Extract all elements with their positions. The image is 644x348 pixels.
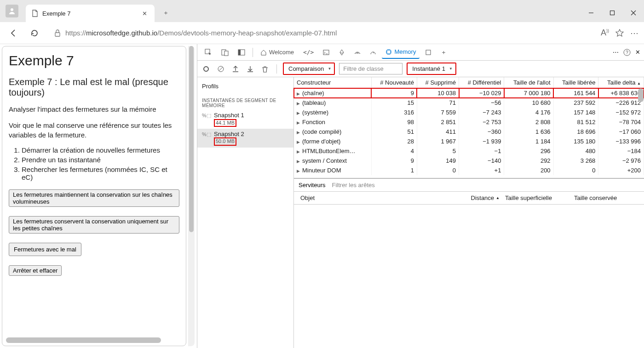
col-distance[interactable]: Distance▲ <box>452 194 502 202</box>
snapshot-name: Snapshot 1 <box>214 112 244 119</box>
dock-icon[interactable] <box>234 46 249 59</box>
table-row[interactable]: (chaîne)910 038−10 0297 000 180161 544+6… <box>294 88 644 98</box>
table-header-row: Constructeur # Nouveauté # Supprimé # Di… <box>294 77 644 88</box>
svg-rect-12 <box>387 50 391 54</box>
view-select[interactable]: Comparaison <box>283 63 334 74</box>
url-field[interactable]: https://microsoftedge.github.io/Demos/de… <box>48 25 595 41</box>
tab-elements-icon[interactable]: </> <box>299 46 317 58</box>
tab-close-icon[interactable]: ✕ <box>140 8 149 19</box>
help-icon[interactable]: ? <box>623 49 631 56</box>
col-retained[interactable]: Taille conservée <box>571 194 640 202</box>
steps-list: Démarrer la création de nouvelles fermet… <box>22 146 179 181</box>
export-icon[interactable] <box>230 64 241 74</box>
tab-application-icon[interactable] <box>421 46 435 58</box>
tab-memory[interactable]: Memory <box>382 46 420 59</box>
vertical-scrollbar[interactable] <box>188 46 195 346</box>
tab-title: Exemple 7 <box>42 10 70 17</box>
gc-icon[interactable] <box>260 64 270 74</box>
refresh-button[interactable] <box>27 25 42 41</box>
retainers-tab[interactable]: Serviteurs <box>299 182 326 188</box>
profiles-header: Profils <box>197 80 293 96</box>
lock-icon <box>54 29 61 37</box>
table-row[interactable]: system / Context9149−1402923 268−2 976 <box>294 156 644 165</box>
snapshot-icon: %⬚ <box>202 131 211 137</box>
devtools-panel: Welcome </> Memory ＋ ⋯ ? ✕ Comparaison F… <box>197 44 644 348</box>
retainers-header: Objet Distance▲ Taille superficielle Tai… <box>294 192 644 205</box>
page-paragraph: Analyser l'impact des fermetures sur la … <box>9 104 179 114</box>
page-icon <box>31 10 39 17</box>
col-deleted[interactable]: # Supprimé <box>417 77 459 88</box>
record-button[interactable] <box>201 64 211 74</box>
tab-welcome[interactable]: Welcome <box>257 46 298 58</box>
class-filter-input[interactable]: Filtre de classe <box>339 63 402 74</box>
page-subtitle: Exemple 7 : Le mal est le mal (presque t… <box>9 77 179 98</box>
baseline-select[interactable]: Instantané 1 <box>407 63 456 74</box>
table-row[interactable]: HTMLButtonElem…45−1296480−184 <box>294 146 644 156</box>
filter-edges-tab[interactable]: Filtrer les arêtes <box>332 182 375 188</box>
profile-icon[interactable] <box>6 5 18 17</box>
browser-tab[interactable]: Exemple 7 ✕ <box>26 5 155 22</box>
retainers-pane: Serviteurs Filtrer les arêtes Objet Dist… <box>294 178 644 292</box>
clear-button[interactable] <box>216 64 226 74</box>
tab-console-icon[interactable] <box>319 46 333 58</box>
step-item: Rechercher les fermetures (nommées IC, S… <box>22 165 179 181</box>
stop-clear-button[interactable]: Arrêter et effacer <box>9 265 62 276</box>
snapshot-size: 50.0 MB <box>214 137 236 145</box>
window-minimize-button[interactable] <box>581 4 602 22</box>
device-emulation-icon[interactable] <box>218 46 232 59</box>
step-item: Démarrer la création de nouvelles fermet… <box>22 146 179 154</box>
window-maximize-button[interactable] <box>602 4 623 22</box>
snapshot-icon: %⬚ <box>202 112 211 119</box>
read-aloud-icon[interactable]: A)) <box>601 28 609 38</box>
col-sizedelta[interactable]: Taille delta ▲ <box>598 77 644 88</box>
col-object[interactable]: Objet <box>298 194 452 202</box>
svg-text:?: ? <box>626 50 628 55</box>
tab-network-icon[interactable] <box>351 46 364 58</box>
col-delta[interactable]: # Différentiel <box>459 77 504 88</box>
back-button[interactable] <box>6 25 21 41</box>
col-alloc[interactable]: Taille de l'allot <box>504 77 553 88</box>
horizontal-scrollbar[interactable] <box>6 337 182 343</box>
closures-evil-button[interactable]: Fermetures avec le mal <box>9 243 81 256</box>
tab-sources-icon[interactable] <box>335 46 349 58</box>
step-item: Prendre un tas instantané <box>22 156 179 164</box>
svg-rect-10 <box>238 50 241 55</box>
settings-menu-icon[interactable]: ⋯ <box>630 28 638 38</box>
table-row[interactable]: (code compilé)51411−3601 63618 696−17 06… <box>294 127 644 137</box>
table-row[interactable]: Fonction982 851−2 7532 80881 512−78 704 <box>294 117 644 127</box>
window-close-button[interactable] <box>623 4 644 22</box>
profiles-section-label: INSTANTANÉS DE SEGMENT DE MÉMOIRE <box>197 96 293 110</box>
comparison-table: Constructeur # Nouveauté # Supprimé # Di… <box>294 77 644 175</box>
table-row[interactable]: (tableau)1571−5610 680237 592−226 912 <box>294 98 644 108</box>
svg-rect-5 <box>55 33 60 36</box>
col-freed[interactable]: Taille libérée <box>553 77 598 88</box>
inspect-element-icon[interactable] <box>201 46 216 59</box>
page-title: Exemple 7 <box>9 53 179 68</box>
memory-toolbar: Comparaison Filtre de classe Instantané … <box>197 61 644 77</box>
svg-rect-2 <box>610 11 615 15</box>
favorite-icon[interactable] <box>615 29 624 37</box>
col-shallow[interactable]: Taille superficielle <box>502 194 571 202</box>
svg-rect-13 <box>426 50 431 55</box>
closures-small-strings-button[interactable]: Les fermetures conservent la conservatio… <box>9 216 179 234</box>
snapshot-item[interactable]: %⬚ Snapshot 1 44.1 MB <box>197 110 293 129</box>
page-content: Exemple 7 Exemple 7 : Le mal est le mal … <box>2 46 186 346</box>
closures-large-strings-button[interactable]: Les fermetures maintiennent la conservat… <box>9 189 179 207</box>
col-constructor[interactable]: Constructeur <box>294 77 371 88</box>
table-row[interactable]: Minuteur DOM10+12000+200 <box>294 165 644 175</box>
table-row[interactable]: (forme d'objet)281 967−1 9391 184135 180… <box>294 137 644 146</box>
svg-rect-8 <box>224 51 228 56</box>
table-row[interactable]: (système)3167 559−7 2434 176157 148−152 … <box>294 108 644 117</box>
tab-performance-icon[interactable] <box>366 46 380 58</box>
page-paragraph: Voir que le mal conserve une référence s… <box>9 120 179 140</box>
address-bar: https://microsoftedge.github.io/Demos/de… <box>0 22 644 44</box>
snapshot-size: 44.1 MB <box>214 119 236 127</box>
devtools-close-icon[interactable]: ✕ <box>635 49 640 56</box>
import-icon[interactable] <box>245 64 255 74</box>
col-new[interactable]: # Nouveauté <box>371 77 417 88</box>
retainers-body <box>294 205 644 292</box>
tab-add-icon[interactable]: ＋ <box>437 46 450 59</box>
more-tools-icon[interactable]: ⋯ <box>613 49 619 56</box>
new-tab-button[interactable]: ＋ <box>158 6 173 20</box>
snapshot-item[interactable]: %⬚ Snapshot 2 50.0 MB <box>197 129 293 148</box>
